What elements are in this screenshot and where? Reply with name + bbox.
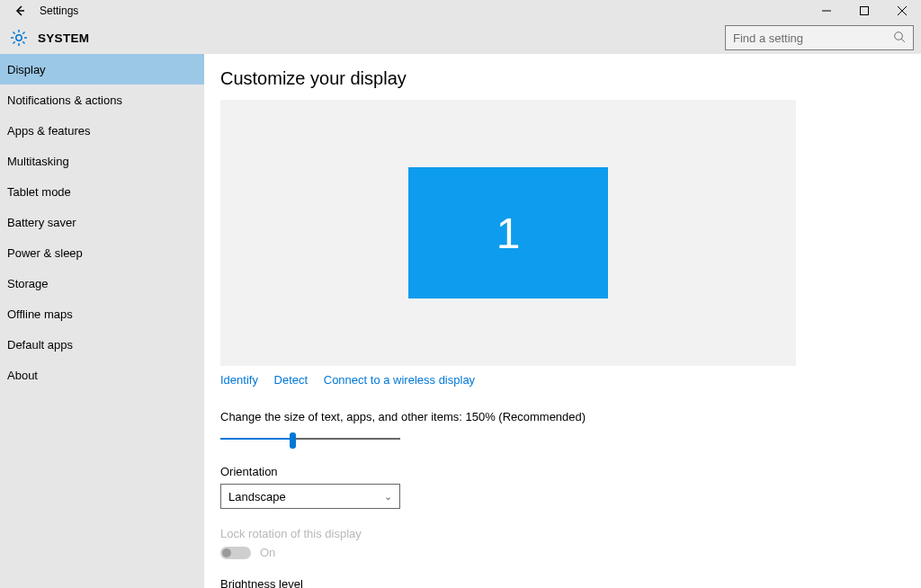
sidebar-item-offline-maps[interactable]: Offline maps [0,298,204,329]
svg-rect-1 [861,7,869,15]
sidebar-item-label: About [7,369,38,382]
minimize-icon [822,6,831,15]
lock-rotation-label: Lock rotation of this display [220,527,921,540]
sidebar-item-label: Offline maps [7,307,73,321]
window-controls [808,0,921,22]
brightness-label: Brightness level [220,577,921,588]
sidebar-item-default-apps[interactable]: Default apps [0,329,204,360]
sidebar-item-apps-features[interactable]: Apps & features [0,115,204,146]
sidebar-item-label: Multitasking [7,155,69,168]
sidebar-item-multitasking[interactable]: Multitasking [0,146,204,176]
search-icon [893,31,906,46]
sidebar-item-label: Apps & features [7,124,91,138]
lock-rotation-state: On [260,546,275,559]
chevron-down-icon: ⌄ [384,491,392,503]
window-title: Settings [40,4,78,17]
sidebar-item-label: Power & sleep [7,246,83,260]
monitor-number: 1 [496,209,521,258]
gear-icon [9,28,29,48]
back-arrow-icon [13,4,26,17]
svg-line-10 [22,41,24,43]
maximize-icon [860,6,869,15]
titlebar: Settings [0,0,921,22]
page-heading: Customize your display [220,68,921,89]
sidebar-item-notifications[interactable]: Notifications & actions [0,85,204,115]
sidebar-item-battery-saver[interactable]: Battery saver [0,207,204,237]
sidebar-item-label: Display [7,63,46,76]
svg-point-13 [895,31,903,40]
subheader: SYSTEM Find a setting [0,22,921,54]
svg-line-9 [13,32,15,34]
sidebar: Display Notifications & actions Apps & f… [0,54,204,588]
maximize-button[interactable] [845,0,883,22]
scale-label: Change the size of text, apps, and other… [220,410,921,423]
svg-line-11 [22,32,24,34]
monitor-1[interactable]: 1 [408,167,608,298]
detect-link[interactable]: Detect [274,373,308,387]
display-links: Identify Detect Connect to a wireless di… [220,373,921,387]
section-title: SYSTEM [38,31,89,45]
content-area: Customize your display 1 Identify Detect… [204,54,921,588]
search-placeholder: Find a setting [733,31,803,45]
svg-line-12 [13,41,15,43]
sidebar-item-storage[interactable]: Storage [0,268,204,298]
orientation-label: Orientation [220,465,921,478]
sidebar-item-about[interactable]: About [0,360,204,390]
search-input[interactable]: Find a setting [725,25,914,50]
close-button[interactable] [883,0,921,22]
sidebar-item-label: Battery saver [7,216,76,229]
back-button[interactable] [7,0,32,22]
sidebar-item-label: Default apps [7,338,73,352]
connect-wireless-link[interactable]: Connect to a wireless display [324,373,475,387]
sidebar-item-display[interactable]: Display [0,54,204,85]
identify-link[interactable]: Identify [220,373,258,387]
sidebar-item-label: Tablet mode [7,185,71,199]
svg-line-14 [901,39,905,42]
monitor-preview: 1 [220,100,796,366]
sidebar-item-label: Notifications & actions [7,94,122,107]
lock-rotation-toggle[interactable] [220,547,251,559]
scale-slider[interactable] [220,431,400,447]
orientation-select[interactable]: Landscape ⌄ [220,484,400,509]
orientation-value: Landscape [228,490,286,503]
sidebar-item-power-sleep[interactable]: Power & sleep [0,237,204,268]
sidebar-item-tablet-mode[interactable]: Tablet mode [0,176,204,207]
sidebar-item-label: Storage [7,277,49,290]
close-icon [898,6,907,15]
svg-point-4 [16,35,22,40]
lock-rotation-row: On [220,546,921,559]
minimize-button[interactable] [808,0,845,22]
